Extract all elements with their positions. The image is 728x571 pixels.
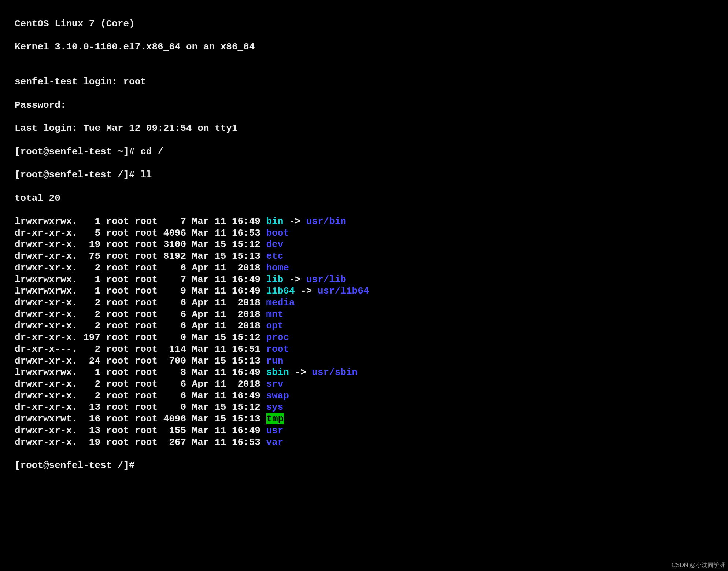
file-name: bin <box>266 216 284 227</box>
file-entry: drwxr-xr-x. 2 root root 6 Apr 11 2018 op… <box>15 320 728 332</box>
file-entry: drwxr-xr-x. 2 root root 6 Apr 11 2018 mn… <box>15 309 728 321</box>
login-prompt: senfel-test login: root <box>15 76 728 88</box>
file-meta: dr-xr-xr-x. 5 root root 4096 Mar 11 16:5… <box>15 228 266 239</box>
file-entry: lrwxrwxrwx. 1 root root 8 Mar 11 16:49 s… <box>15 367 728 379</box>
file-entry: drwxr-xr-x. 19 root root 267 Mar 11 16:5… <box>15 437 728 449</box>
file-entry: lrwxrwxrwx. 1 root root 7 Mar 11 16:49 l… <box>15 274 728 286</box>
file-name: opt <box>266 320 284 331</box>
file-meta: drwxr-xr-x. 2 root root 6 Apr 11 2018 <box>15 320 266 331</box>
file-name: lib64 <box>266 286 295 296</box>
symlink-target: usr/sbin <box>312 367 358 378</box>
file-name: proc <box>266 332 289 343</box>
file-name: var <box>266 437 284 448</box>
file-name: root <box>266 344 289 355</box>
file-meta: drwxr-xr-x. 19 root root 3100 Mar 15 15:… <box>15 239 266 250</box>
file-entry: drwxr-xr-x. 24 root root 700 Mar 15 15:1… <box>15 356 728 367</box>
file-meta: drwxr-xr-x. 2 root root 6 Apr 11 2018 <box>15 262 266 273</box>
file-entry: drwxr-xr-x. 2 root root 6 Apr 11 2018 me… <box>15 297 728 309</box>
command-cd: cd / <box>140 146 163 157</box>
file-meta: dr-xr-x---. 2 root root 114 Mar 11 16:51 <box>15 344 266 355</box>
file-meta: drwxr-xr-x. 75 root root 8192 Mar 15 15:… <box>15 251 266 262</box>
file-meta: drwxr-xr-x. 19 root root 267 Mar 11 16:5… <box>15 437 266 448</box>
file-meta: lrwxrwxrwx. 1 root root 9 Mar 11 16:49 <box>15 286 266 296</box>
file-meta: dr-xr-xr-x. 13 root root 0 Mar 15 15:12 <box>15 402 266 413</box>
file-name: mnt <box>266 309 284 320</box>
file-meta: dr-xr-xr-x. 197 root root 0 Mar 15 15:12 <box>15 332 266 343</box>
symlink-target: usr/lib <box>306 274 346 285</box>
prompt-1: [root@senfel-test ~]# <box>15 146 140 157</box>
file-name: lib <box>266 274 284 285</box>
kernel-line: Kernel 3.10.0-1160.el7.x86_64 on an x86_… <box>15 41 728 53</box>
file-meta: lrwxrwxrwx. 1 root root 7 Mar 11 16:49 <box>15 274 266 285</box>
os-line: CentOS Linux 7 (Core) <box>15 18 728 30</box>
file-meta: drwxr-xr-x. 24 root root 700 Mar 15 15:1… <box>15 356 266 366</box>
file-entry: dr-xr-xr-x. 13 root root 0 Mar 15 15:12 … <box>15 402 728 413</box>
symlink-target: usr/bin <box>306 216 346 227</box>
last-login-line: Last login: Tue Mar 12 09:21:54 on tty1 <box>15 123 728 135</box>
file-name: home <box>266 262 289 273</box>
command-ll: ll <box>140 169 152 180</box>
file-entry: drwxr-xr-x. 75 root root 8192 Mar 15 15:… <box>15 251 728 262</box>
file-meta: drwxr-xr-x. 2 root root 6 Apr 11 2018 <box>15 379 266 390</box>
symlink-arrow: -> <box>283 216 306 227</box>
prompt-3[interactable]: [root@senfel-test /]# <box>15 460 728 472</box>
file-name: media <box>266 297 295 308</box>
command-line-1: [root@senfel-test ~]# cd / <box>15 146 728 158</box>
file-entry: drwxr-xr-x. 13 root root 155 Mar 11 16:4… <box>15 425 728 437</box>
file-entry: drwxr-xr-x. 2 root root 6 Mar 11 16:49 s… <box>15 390 728 402</box>
file-name: tmp <box>266 413 284 424</box>
symlink-arrow: -> <box>289 367 312 378</box>
file-entry: drwxr-xr-x. 2 root root 6 Apr 11 2018 sr… <box>15 379 728 390</box>
symlink-arrow: -> <box>283 274 306 285</box>
file-meta: drwxr-xr-x. 13 root root 155 Mar 11 16:4… <box>15 425 266 436</box>
file-name: dev <box>266 239 284 250</box>
file-name: sbin <box>266 367 289 378</box>
file-name: run <box>266 356 284 366</box>
file-entry: drwxr-xr-x. 19 root root 3100 Mar 15 15:… <box>15 239 728 251</box>
file-entry: lrwxrwxrwx. 1 root root 9 Mar 11 16:49 l… <box>15 286 728 297</box>
file-entry: drwxr-xr-x. 2 root root 6 Apr 11 2018 ho… <box>15 262 728 274</box>
total-line: total 20 <box>15 193 728 205</box>
file-meta: drwxr-xr-x. 2 root root 6 Apr 11 2018 <box>15 309 266 320</box>
prompt-2: [root@senfel-test /]# <box>15 169 140 180</box>
file-entry: lrwxrwxrwx. 1 root root 7 Mar 11 16:49 b… <box>15 216 728 228</box>
file-name: boot <box>266 228 289 239</box>
file-entry: dr-xr-xr-x. 197 root root 0 Mar 15 15:12… <box>15 332 728 344</box>
file-entry: drwxrwxrwt. 16 root root 4096 Mar 15 15:… <box>15 413 728 425</box>
file-name: srv <box>266 379 284 390</box>
file-entry: dr-xr-x---. 2 root root 114 Mar 11 16:51… <box>15 344 728 356</box>
file-name: swap <box>266 390 289 401</box>
file-meta: drwxrwxrwt. 16 root root 4096 Mar 15 15:… <box>15 413 266 424</box>
file-entry: dr-xr-xr-x. 5 root root 4096 Mar 11 16:5… <box>15 228 728 239</box>
command-line-2: [root@senfel-test /]# ll <box>15 169 728 181</box>
symlink-arrow: -> <box>295 286 318 296</box>
file-meta: lrwxrwxrwx. 1 root root 8 Mar 11 16:49 <box>15 367 266 378</box>
file-name: etc <box>266 251 284 262</box>
file-name: usr <box>266 425 284 436</box>
file-name: sys <box>266 402 284 413</box>
file-meta: drwxr-xr-x. 2 root root 6 Apr 11 2018 <box>15 297 266 308</box>
password-prompt: Password: <box>15 100 728 111</box>
file-meta: lrwxrwxrwx. 1 root root 7 Mar 11 16:49 <box>15 216 266 227</box>
file-meta: drwxr-xr-x. 2 root root 6 Mar 11 16:49 <box>15 390 266 401</box>
symlink-target: usr/lib64 <box>318 286 369 296</box>
terminal-output[interactable]: CentOS Linux 7 (Core) Kernel 3.10.0-1160… <box>0 0 728 483</box>
